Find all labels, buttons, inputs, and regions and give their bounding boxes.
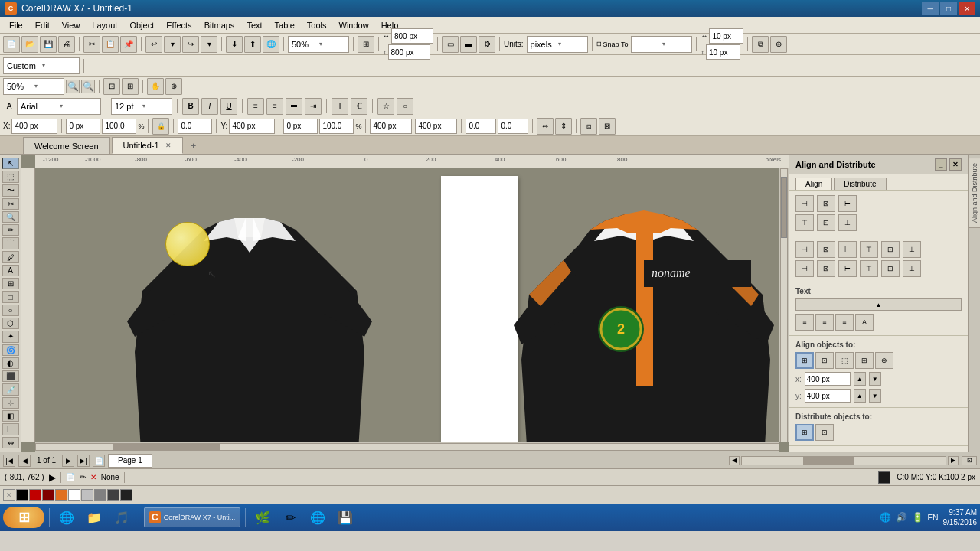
hscroll-left-button[interactable]: ◀ bbox=[729, 456, 740, 465]
dist-center-h-button[interactable]: ⊠ bbox=[817, 241, 835, 258]
save-button[interactable]: 💾 bbox=[40, 36, 57, 53]
pen-tool[interactable]: 🖊 bbox=[2, 251, 19, 262]
page-settings-button[interactable]: ⚙ bbox=[479, 36, 495, 53]
taskbar-coreldraw-app[interactable]: C CorelDRAW X7 - Unti... bbox=[144, 507, 240, 527]
zoom-tool[interactable]: 🔍 bbox=[2, 211, 19, 223]
nudge-x-input[interactable] bbox=[709, 28, 743, 44]
snap-button[interactable]: ⊞ bbox=[358, 36, 374, 53]
options-button[interactable]: ⊕ bbox=[770, 36, 787, 53]
h-pct-input[interactable] bbox=[319, 119, 354, 134]
color-black[interactable] bbox=[16, 489, 28, 501]
print-button[interactable]: 🖨 bbox=[58, 36, 75, 53]
export-button[interactable]: ⬆ bbox=[244, 36, 261, 53]
menu-layout[interactable]: Layout bbox=[86, 19, 123, 31]
zoom-fit-button[interactable]: ⊡ bbox=[103, 78, 120, 95]
color-nearblack[interactable] bbox=[120, 489, 132, 501]
zoom-in-button[interactable]: 🔍 bbox=[81, 80, 95, 93]
open-button[interactable]: 📂 bbox=[21, 36, 38, 53]
table-tool[interactable]: ⊞ bbox=[2, 278, 19, 289]
transform-btn2[interactable]: ⊠ bbox=[599, 118, 616, 135]
page-doc-button[interactable]: 📄 bbox=[93, 455, 105, 467]
dist2-4-button[interactable]: ⊤ bbox=[860, 260, 878, 277]
taskbar-pencil-icon[interactable]: ✏ bbox=[278, 507, 302, 528]
units-dropdown[interactable]: pixels ▾ bbox=[527, 36, 588, 53]
text-tool[interactable]: A bbox=[2, 265, 19, 276]
smart-fill-tool[interactable]: ⬛ bbox=[2, 370, 19, 382]
dist2-1-button[interactable]: ⊣ bbox=[795, 260, 814, 277]
connector-tool[interactable]: ⊢ bbox=[2, 423, 19, 435]
star-tool[interactable]: ✦ bbox=[2, 331, 19, 342]
color-darkgray[interactable] bbox=[107, 489, 119, 501]
y-pos-input[interactable] bbox=[805, 389, 851, 403]
ellipse-tool[interactable]: ○ bbox=[2, 305, 19, 316]
tab-close-icon[interactable]: ✕ bbox=[165, 142, 172, 149]
navigate-right-button[interactable]: ▶ bbox=[49, 472, 56, 483]
import-button[interactable]: ⬇ bbox=[226, 36, 243, 53]
text-collapse-button[interactable]: ▲ bbox=[795, 298, 962, 311]
rect-tool[interactable]: □ bbox=[2, 291, 19, 302]
nudge-y-input[interactable] bbox=[706, 44, 740, 60]
doc-height-input[interactable] bbox=[388, 44, 430, 60]
align-to-selection-button[interactable]: ⊡ bbox=[815, 352, 834, 369]
align-to-page-button[interactable]: ⊞ bbox=[795, 352, 814, 369]
measure-tool[interactable]: ⇔ bbox=[2, 437, 19, 448]
page-next-button[interactable]: ▶ bbox=[62, 455, 74, 467]
hscroll-thumb[interactable] bbox=[113, 444, 220, 450]
align-left-button[interactable]: ⊣ bbox=[795, 195, 814, 212]
h-input[interactable] bbox=[283, 119, 318, 134]
paste-button[interactable]: 📌 bbox=[120, 36, 137, 53]
dist-center-v-button[interactable]: ⊡ bbox=[881, 241, 900, 258]
taskbar-corel-icon2[interactable]: 🌿 bbox=[250, 507, 275, 528]
w-input[interactable] bbox=[66, 119, 100, 134]
hscroll-right-button[interactable]: ▶ bbox=[948, 456, 959, 465]
close-button[interactable]: ✕ bbox=[959, 2, 975, 15]
cut-button[interactable]: ✂ bbox=[83, 36, 100, 53]
menu-edit[interactable]: Edit bbox=[29, 19, 56, 31]
align-to-object-button[interactable]: ⊕ bbox=[875, 352, 893, 369]
color-maroon[interactable] bbox=[42, 489, 54, 501]
text-align-justify-button[interactable]: A bbox=[855, 314, 874, 331]
text-fit-button[interactable]: ○ bbox=[397, 98, 413, 115]
color-gray[interactable] bbox=[94, 489, 106, 501]
smudge-tool[interactable]: 〜 bbox=[2, 184, 19, 197]
align-to-margin-button[interactable]: ⬚ bbox=[835, 352, 854, 369]
redo-dropdown[interactable]: ▾ bbox=[201, 36, 217, 53]
dist-to-selection-button[interactable]: ⊡ bbox=[815, 424, 834, 441]
eyedropper-tool[interactable]: 💉 bbox=[2, 383, 19, 395]
zoom-dropdown[interactable]: 50% ▾ bbox=[288, 36, 349, 53]
page-prev-button[interactable]: ◀ bbox=[18, 455, 31, 467]
menu-text[interactable]: Text bbox=[240, 19, 268, 31]
text-edit-button[interactable]: ☆ bbox=[377, 98, 394, 115]
italic-button[interactable]: I bbox=[201, 98, 218, 115]
indent-button[interactable]: ⇥ bbox=[305, 98, 322, 115]
dist-to-page-button[interactable]: ⊞ bbox=[795, 424, 814, 441]
dist-bottom-button[interactable]: ⊥ bbox=[903, 241, 921, 258]
text-align-left-button[interactable]: ≡ bbox=[795, 314, 814, 331]
zoom-level-dropdown[interactable]: 50% ▾ bbox=[3, 78, 64, 95]
zoom-fit2-button[interactable]: ⊞ bbox=[122, 78, 139, 95]
y-pos-up[interactable]: ▲ bbox=[854, 389, 866, 403]
underline-button[interactable]: U bbox=[220, 98, 237, 115]
dist2-6-button[interactable]: ⊥ bbox=[903, 260, 921, 277]
portrait-button[interactable]: ▭ bbox=[442, 36, 459, 53]
x-pos-up[interactable]: ▲ bbox=[854, 372, 866, 386]
color-orange[interactable] bbox=[55, 489, 67, 501]
taskbar-extra-icon[interactable]: 💾 bbox=[333, 507, 358, 528]
color-silver[interactable] bbox=[81, 489, 93, 501]
w-pct-input[interactable] bbox=[102, 119, 136, 134]
panel-close-button[interactable]: ✕ bbox=[949, 158, 962, 171]
y2-input[interactable] bbox=[415, 119, 457, 134]
page-tab-1[interactable]: Page 1 bbox=[108, 454, 152, 468]
color-darkred[interactable] bbox=[29, 489, 41, 501]
start-button[interactable]: ⊞ bbox=[3, 507, 44, 528]
hscroll-track[interactable] bbox=[35, 443, 779, 451]
snap-dropdown[interactable]: ▾ bbox=[631, 36, 692, 53]
page-last-button[interactable]: ▶| bbox=[77, 455, 90, 467]
poly-tool[interactable]: ⬡ bbox=[2, 318, 19, 329]
color-white[interactable] bbox=[68, 489, 80, 501]
copy-button[interactable]: 📋 bbox=[102, 36, 119, 53]
align-to-grid-button[interactable]: ⊞ bbox=[855, 352, 874, 369]
undo-dropdown[interactable]: ▾ bbox=[164, 36, 181, 53]
bullet-button[interactable]: ≔ bbox=[286, 98, 302, 115]
menu-view[interactable]: View bbox=[56, 19, 87, 31]
